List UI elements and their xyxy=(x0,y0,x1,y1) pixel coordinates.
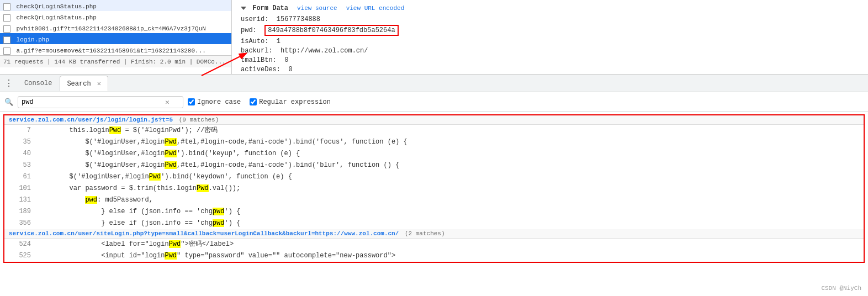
line-number: 189 xyxy=(9,207,31,217)
network-item-label: checkQrLoginStatus.php xyxy=(17,14,97,21)
match-count-2: (2 matches) xyxy=(405,230,445,237)
ignore-case-label: Ignore case xyxy=(197,98,241,106)
line-number: 40 xyxy=(9,149,31,159)
search-options: Ignore case Regular expression xyxy=(188,98,331,106)
form-field-pwd: pwd: 849a4788b8f07463496f83fdb5a5264a xyxy=(241,25,859,36)
network-item-label: a.gif?e=mousemove&t=1632211458961&t1=163… xyxy=(17,47,206,54)
file-link-2[interactable]: service.zol.com.cn/user/siteLogin.php?ty… xyxy=(9,230,399,237)
checkbox-icon[interactable] xyxy=(3,25,10,33)
network-list: checkQrLoginStatus.php checkQrLoginStatu… xyxy=(0,0,232,74)
regex-checkbox[interactable] xyxy=(250,98,257,105)
tab-search[interactable]: Search ✕ xyxy=(60,76,108,91)
line-content: pwd: md5Password, xyxy=(38,195,153,205)
match-highlight: Pwd xyxy=(109,126,121,134)
line-number: 525 xyxy=(9,251,31,261)
result-line-525[interactable]: 525 <input id="loginPwd" type="password"… xyxy=(4,250,864,262)
form-field-tmallbtn: tmallBtn: 0 xyxy=(241,56,859,64)
search-icon: 🔍 xyxy=(4,98,13,107)
form-data-panel: Form Data view source view URL encoded u… xyxy=(232,0,868,74)
field-val: 15677734888 xyxy=(277,15,320,23)
results-panel: service.zol.com.cn/user/js/login/login.j… xyxy=(3,114,865,263)
checkbox-icon[interactable] xyxy=(3,47,10,55)
top-panel: checkQrLoginStatus.php checkQrLoginStatu… xyxy=(0,0,868,75)
result-file-header-2: service.zol.com.cn/user/siteLogin.php?ty… xyxy=(4,229,864,239)
field-val: 1 xyxy=(277,38,280,45)
line-content: $('#loginUser,#loginPwd,#tel,#login-code… xyxy=(38,137,407,147)
match-highlight: Pwd xyxy=(165,150,177,157)
search-bar: 🔍 ✕ Ignore case Regular expression xyxy=(0,92,868,112)
file-link-1[interactable]: service.zol.com.cn/user/js/login/login.j… xyxy=(9,117,173,123)
match-highlight: Pwd xyxy=(165,161,177,169)
result-line-524[interactable]: 524 <label for="loginPwd">密码</label> xyxy=(4,239,864,250)
line-number: 131 xyxy=(9,195,31,205)
field-key: isAuto: xyxy=(241,38,273,45)
result-line-61[interactable]: 61 $('#loginUser,#loginPwd').bind('keydo… xyxy=(4,171,864,183)
result-line-53[interactable]: 53 $('#loginUser,#loginPwd,#tel,#login-c… xyxy=(4,160,864,171)
network-item[interactable]: checkQrLoginStatus.php xyxy=(0,0,231,11)
search-clear-icon[interactable]: ✕ xyxy=(165,98,170,107)
checkbox-icon[interactable] xyxy=(3,14,10,22)
line-number: 356 xyxy=(9,218,31,229)
match-highlight: pwd xyxy=(213,219,225,227)
result-line-7[interactable]: 7 this.loginPwd = $('#loginPwd'); //密码 xyxy=(4,125,864,136)
line-content: $('#loginUser,#loginPwd').bind('keydown'… xyxy=(38,172,292,182)
match-count-1: (9 matches) xyxy=(179,117,219,123)
line-number: 53 xyxy=(9,160,31,171)
network-item-login[interactable]: login.php xyxy=(0,33,231,44)
result-line-189[interactable]: 189 } else if (json.info == 'chgpwd') { xyxy=(4,206,864,218)
line-content: <label for="loginPwd">密码</label> xyxy=(38,239,234,250)
tab-dots-menu[interactable]: ⋮ xyxy=(4,78,13,89)
result-line-356[interactable]: 356 } else if (json.info == 'chgpwd') { xyxy=(4,218,864,229)
watermark: CSDN @NiyCh xyxy=(821,285,861,292)
match-highlight: Pwd xyxy=(149,173,161,181)
checkbox-icon[interactable] xyxy=(3,3,10,10)
view-source-link[interactable]: view source xyxy=(297,5,337,12)
status-bar: 71 requests | 144 KB transferred | Finis… xyxy=(0,55,231,67)
network-item-label: checkQrLoginStatus.php xyxy=(17,3,97,10)
result-line-35[interactable]: 35 $('#loginUser,#loginPwd,#tel,#login-c… xyxy=(4,136,864,148)
tab-search-label: Search xyxy=(67,80,91,88)
tabs-bar: ⋮ Console Search ✕ xyxy=(0,75,868,92)
field-val: http://www.zol.com.cn/ xyxy=(280,47,368,55)
network-item[interactable]: a.gif?e=mousemove&t=1632211458961&t1=163… xyxy=(0,44,231,55)
result-line-40[interactable]: 40 $('#loginUser,#loginPwd').bind('keyup… xyxy=(4,148,864,160)
network-item[interactable]: checkQrLoginStatus.php xyxy=(0,11,231,22)
regex-option[interactable]: Regular expression xyxy=(250,98,331,106)
result-file-header-1: service.zol.com.cn/user/js/login/login.j… xyxy=(4,115,864,125)
ignore-case-option[interactable]: Ignore case xyxy=(188,98,241,106)
field-key: userid: xyxy=(241,15,273,23)
pwd-highlight: 849a4788b8f07463496f83fdb5a5264a xyxy=(264,25,398,36)
line-content: $('#loginUser,#loginPwd,#tel,#login-code… xyxy=(38,160,399,171)
form-data-title: Form Data xyxy=(241,4,288,12)
tab-console[interactable]: Console xyxy=(18,76,59,91)
search-input[interactable] xyxy=(22,98,165,106)
result-line-131[interactable]: 131 pwd: md5Password, xyxy=(4,194,864,206)
network-item[interactable]: pvhit0001.gif?t=1632211423402688&ip_ck=4… xyxy=(0,22,231,33)
ignore-case-checkbox[interactable] xyxy=(188,98,195,105)
match-highlight: Pwd xyxy=(169,240,181,248)
line-content: var password = $.trim(this.loginPwd.val(… xyxy=(38,183,240,194)
tab-console-label: Console xyxy=(24,80,52,87)
field-key: activeDes: xyxy=(241,66,284,73)
regex-label: Regular expression xyxy=(259,98,331,106)
network-item-label: login.php xyxy=(17,36,49,43)
form-data-header: Form Data view source view URL encoded xyxy=(241,4,859,12)
result-line-101[interactable]: 101 var password = $.trim(this.loginPwd.… xyxy=(4,183,864,194)
line-content: $('#loginUser,#loginPwd').bind('keyup', … xyxy=(38,149,300,159)
network-item-label: pvhit0001.gif?t=1632211423402688&ip_ck=4… xyxy=(17,25,206,32)
form-field-backurl: backurl: http://www.zol.com.cn/ xyxy=(241,47,859,55)
line-content: } else if (json.info == 'chgpwd') { xyxy=(38,207,240,217)
line-content: } else if (json.info == 'chgpwd') { xyxy=(38,218,240,229)
field-key: backurl: xyxy=(241,47,277,55)
view-url-encoded-link[interactable]: view URL encoded xyxy=(346,5,405,12)
tab-search-close[interactable]: ✕ xyxy=(97,80,101,88)
field-key: pwd: xyxy=(241,27,261,34)
form-field-isauto: isAuto: 1 xyxy=(241,38,859,45)
line-number: 35 xyxy=(9,137,31,147)
form-field-userid: userid: 15677734888 xyxy=(241,15,859,23)
match-highlight: pwd xyxy=(85,196,97,204)
line-content: <input id="loginPwd" type="password" val… xyxy=(38,251,395,261)
line-number: 61 xyxy=(9,172,31,182)
checkbox-icon[interactable] xyxy=(3,36,10,44)
search-input-wrapper[interactable]: ✕ xyxy=(18,96,183,108)
